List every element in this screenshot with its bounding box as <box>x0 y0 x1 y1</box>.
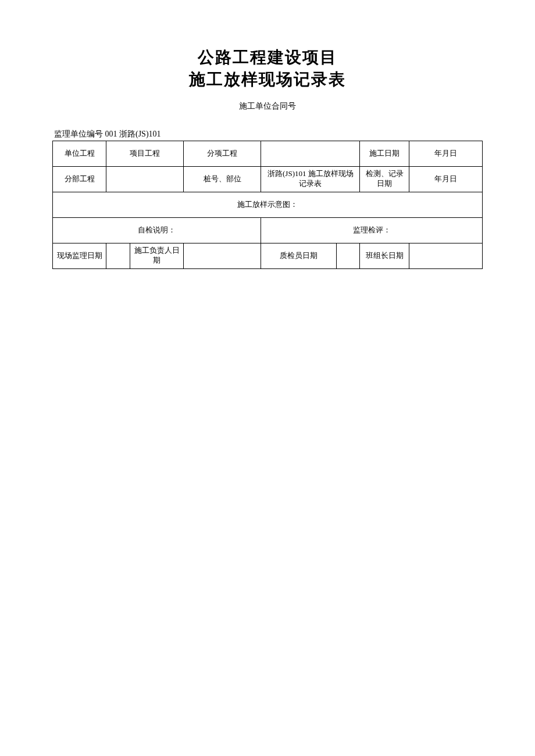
field-team-leader-date[interactable] <box>409 243 483 268</box>
supervisor-number-line: 监理单位编号 001 浙路(JS)101 <box>52 129 483 139</box>
label-zhelu-record: 浙路(JS)101 施工放样现场记录表 <box>261 166 360 192</box>
supervisor-check-area[interactable]: 监理检评： <box>261 217 483 243</box>
label-supervisor-check: 监理检评： <box>353 225 391 234</box>
field-sub-project-value[interactable] <box>106 166 184 192</box>
self-check-area[interactable]: 自检说明： <box>53 217 261 243</box>
subtitle: 施工单位合同号 <box>52 101 483 112</box>
label-construction-date: 施工日期 <box>360 141 409 166</box>
field-sub-item-project-value[interactable] <box>261 141 360 166</box>
label-unit-project: 单位工程 <box>53 141 106 166</box>
diagram-area[interactable]: 施工放样示意图： <box>53 192 483 217</box>
title-line-2: 施工放样现场记录表 <box>52 69 483 91</box>
field-site-supervisor-date[interactable] <box>106 243 130 268</box>
label-sub-item-project: 分项工程 <box>184 141 261 166</box>
label-sub-project: 分部工程 <box>53 166 106 192</box>
field-qc-date[interactable] <box>336 243 360 268</box>
label-site-supervisor-date: 现场监理日期 <box>53 243 106 268</box>
field-construction-leader-date[interactable] <box>184 243 261 268</box>
label-diagram-title: 施工放样示意图： <box>237 200 298 209</box>
label-inspection-record-date: 检测、记录日期 <box>360 166 409 192</box>
label-item-project: 项目工程 <box>106 141 184 166</box>
field-inspection-record-date-value[interactable]: 年月日 <box>409 166 483 192</box>
label-qc-date: 质检员日期 <box>261 243 336 268</box>
label-team-leader-date: 班组长日期 <box>360 243 409 268</box>
title-line-1: 公路工程建设项目 <box>52 46 483 69</box>
label-self-check: 自检说明： <box>138 225 176 234</box>
label-construction-leader-date: 施工负责人日期 <box>130 243 184 268</box>
field-construction-date-value[interactable]: 年月日 <box>409 141 483 166</box>
document-title: 公路工程建设项目 施工放样现场记录表 <box>52 46 483 91</box>
record-form-table: 单位工程 项目工程 分项工程 施工日期 年月日 分部工程 桩号、部位 浙路(JS… <box>52 141 483 269</box>
label-pile-position: 桩号、部位 <box>184 166 261 192</box>
